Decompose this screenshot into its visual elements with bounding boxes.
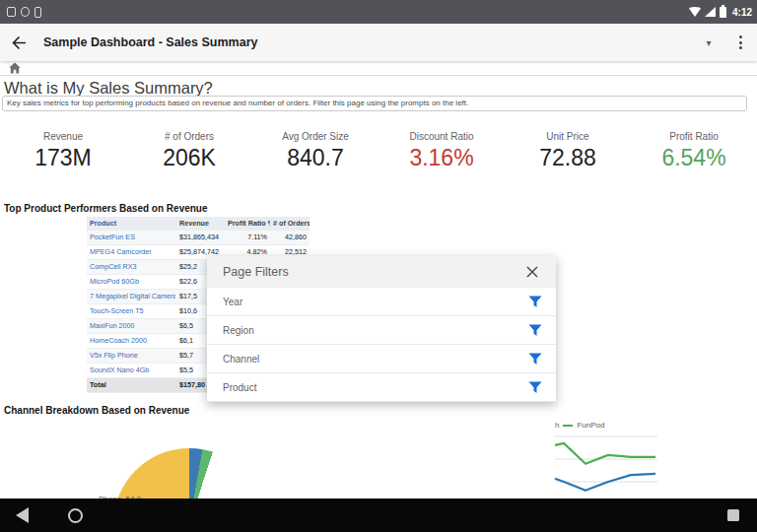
page-filters-list: YearRegionChannelProduct	[207, 288, 556, 402]
line-chart-legend: h FunPod	[555, 421, 604, 430]
filter-funnel-button[interactable]	[528, 353, 542, 366]
product-cell: HomeCoach 2000	[87, 334, 175, 349]
filter-row-region[interactable]: Region	[207, 316, 556, 345]
overflow-menu-button[interactable]	[723, 24, 757, 61]
product-link[interactable]: SoundX Nano 4Gb	[90, 366, 149, 374]
product-link[interactable]: 7 Megapixel Digital Camera	[90, 292, 175, 300]
kpi-value: 72.88	[505, 145, 631, 171]
product-link[interactable]: MaxiFun 2000	[90, 321, 135, 330]
channel-section-title: Channel Breakdown Based on Revenue	[4, 405, 189, 416]
kpi-label: Profit Ratio	[631, 131, 757, 142]
revenue-cell: $31,865,434	[175, 231, 225, 245]
notification-icon	[21, 7, 30, 17]
filter-funnel-button[interactable]	[528, 381, 542, 394]
close-button[interactable]	[520, 260, 544, 284]
kpi-label: Unit Price	[505, 131, 631, 142]
product-link[interactable]: MPEG4 Camcorder	[90, 247, 152, 256]
filter-funnel-button[interactable]	[528, 296, 542, 308]
kpi--of-orders: # of Orders206K	[126, 131, 252, 171]
product-table-title: Top Product Performers Based on Revenue	[4, 203, 208, 214]
dropdown-caret-button[interactable]: ▾	[694, 24, 723, 61]
wifi-icon	[689, 7, 701, 17]
cellular-signal-icon	[705, 7, 716, 17]
filter-label: Region	[223, 325, 254, 336]
product-link[interactable]: Touch-Screen T5	[90, 306, 144, 315]
back-button[interactable]	[0, 24, 37, 61]
kpi-label: Revenue	[0, 131, 126, 142]
product-cell: PocketFun ES	[87, 231, 175, 245]
product-cell: CompCell RX3	[87, 260, 175, 275]
filter-label: Year	[223, 297, 242, 307]
kpi-label: # of Orders	[126, 131, 252, 142]
page-filters-panel: Page Filters YearRegionChannelProduct	[207, 256, 556, 402]
status-icons: 4:12	[689, 7, 757, 18]
product-cell: Touch-Screen T5	[87, 304, 175, 319]
column-header[interactable]: Revenue	[175, 217, 225, 231]
android-nav-bar	[0, 499, 757, 532]
nav-back-icon[interactable]	[16, 507, 29, 523]
product-link[interactable]: MicroPod 60Gb	[90, 277, 139, 286]
filter-label: Channel	[223, 354, 259, 365]
kpi-value: 173M	[0, 145, 126, 171]
kpi-label: Discount Ratio	[378, 131, 505, 142]
filter-funnel-icon	[528, 296, 542, 308]
profit-ratio-cell: 7.11%	[225, 231, 270, 245]
product-link[interactable]: HomeCoach 2000	[90, 336, 147, 345]
product-link[interactable]: V5x Flip Phone	[90, 351, 138, 360]
overflow-dot	[739, 35, 742, 38]
kpi-row: Revenue173M# of Orders206KAvg Order Size…	[0, 131, 757, 171]
home-tab[interactable]	[0, 62, 21, 74]
filter-row-year[interactable]: Year	[207, 288, 556, 316]
clock: 4:12	[730, 7, 752, 18]
column-header[interactable]: Product	[87, 217, 175, 231]
product-cell: MPEG4 Camcorder	[87, 245, 175, 260]
tab-strip	[0, 61, 757, 76]
filter-row-channel[interactable]: Channel	[207, 345, 556, 373]
home-icon	[9, 62, 21, 74]
filter-label: Product	[223, 382, 256, 393]
kpi-value: 6.54%	[631, 145, 757, 171]
filter-funnel-button[interactable]	[528, 324, 542, 337]
kpi-unit-price: Unit Price72.88	[505, 131, 631, 171]
kpi-profit-ratio: Profit Ratio6.54%	[631, 131, 757, 171]
legend-label-partial: h	[555, 421, 559, 430]
app-title: Sample Dashboard - Sales Summary	[43, 35, 257, 49]
page-filters-header: Page Filters	[207, 256, 556, 288]
page-filters-title: Page Filters	[223, 265, 289, 279]
filter-funnel-icon	[528, 324, 542, 337]
chevron-down-icon: ▾	[706, 37, 711, 48]
product-cell: 7 Megapixel Digital Camera	[87, 290, 175, 304]
product-cell: MaxiFun 2000	[87, 319, 175, 334]
product-link[interactable]: PocketFun ES	[90, 233, 135, 241]
kpi-label: Avg Order Size	[252, 131, 378, 142]
overflow-dot	[739, 46, 742, 49]
total-cell: Total	[87, 378, 175, 393]
battery-icon	[720, 7, 726, 18]
app-bar: Sample Dashboard - Sales Summary ▾	[0, 24, 757, 61]
back-arrow-icon	[11, 35, 27, 50]
notification-icon	[7, 7, 16, 17]
product-link[interactable]: CompCell RX3	[90, 262, 137, 271]
column-header[interactable]: # of Orders	[270, 217, 310, 231]
nav-recents-icon[interactable]	[727, 509, 739, 521]
kpi-value: 840.7	[252, 145, 378, 171]
kpi-avg-order-size: Avg Order Size840.7	[252, 131, 378, 171]
overflow-dot	[739, 41, 742, 44]
notification-icon	[34, 7, 41, 18]
table-row: PocketFun ES$31,865,4347.11%42,860	[87, 231, 310, 245]
line-chart-svg[interactable]	[547, 432, 757, 499]
kpi-discount-ratio: Discount Ratio3.16%	[378, 131, 505, 171]
product-cell: SoundX Nano 4Gb	[87, 364, 175, 378]
filter-funnel-icon	[528, 353, 542, 366]
table-header-row: ProductRevenueProfit Ratio %# of Orders	[87, 217, 310, 231]
page-description: Key sales metrics for top performing pro…	[2, 96, 747, 111]
legend-marker-funpod	[563, 425, 573, 427]
nav-home-icon[interactable]	[68, 508, 83, 523]
orders-cell: 42,860	[270, 231, 310, 245]
product-cell: V5x Flip Phone	[87, 349, 175, 364]
legend-label-funpod: FunPod	[577, 421, 604, 430]
product-cell: MicroPod 60Gb	[87, 275, 175, 290]
filter-row-product[interactable]: Product	[207, 373, 556, 402]
kpi-value: 3.16%	[378, 145, 505, 171]
column-header[interactable]: Profit Ratio %	[225, 217, 270, 231]
